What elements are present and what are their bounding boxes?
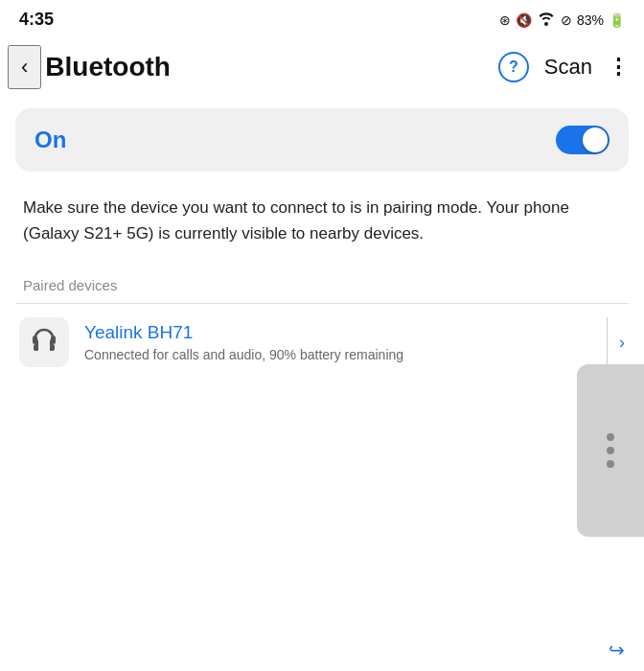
battery-text: 83% xyxy=(577,12,604,28)
device-status: Connected for calls and audio, 90% batte… xyxy=(84,347,595,362)
svg-rect-5 xyxy=(50,339,53,351)
back-button[interactable]: ‹ xyxy=(8,45,41,89)
item-divider xyxy=(607,317,608,367)
toggle-knob xyxy=(583,127,608,152)
status-time: 4:35 xyxy=(19,10,54,30)
bluetooth-toggle-row: On xyxy=(15,108,629,172)
page-title: Bluetooth xyxy=(45,52,498,82)
header-actions: ? Scan ⋮ xyxy=(498,52,629,82)
scrollbar-dot xyxy=(607,433,614,441)
wifi-icon xyxy=(537,11,556,29)
help-button[interactable]: ? xyxy=(498,52,529,82)
more-button[interactable]: ⋮ xyxy=(608,55,629,80)
header: ‹ Bluetooth ? Scan ⋮ xyxy=(0,35,644,103)
battery-icon: 🔋 xyxy=(609,12,625,28)
headset-icon xyxy=(30,328,58,357)
visibility-description: Make sure the device you want to connect… xyxy=(0,187,644,269)
bluetooth-icon: ⊛ xyxy=(499,12,511,28)
device-name: Yealink BH71 xyxy=(84,322,595,343)
toggle-label: On xyxy=(34,127,66,153)
bluetooth-toggle[interactable] xyxy=(556,126,610,154)
scrollbar-dot xyxy=(607,447,614,454)
device-icon xyxy=(19,317,69,367)
scan-button[interactable]: Scan xyxy=(544,55,592,80)
status-bar: 4:35 ⊛ 🔇 ⊘ 83% 🔋 xyxy=(0,0,644,35)
scrollbar-popup xyxy=(577,364,644,537)
svg-rect-4 xyxy=(35,339,38,351)
device-info: Yealink BH71 Connected for calls and aud… xyxy=(84,322,595,362)
status-icons: ⊛ 🔇 ⊘ 83% 🔋 xyxy=(499,11,625,29)
paired-devices-label: Paired devices xyxy=(0,269,644,303)
mute-icon: 🔇 xyxy=(516,12,532,28)
device-list-item[interactable]: Yealink BH71 Connected for calls and aud… xyxy=(0,304,644,381)
dnd-icon: ⊘ xyxy=(561,12,572,28)
device-settings-button[interactable]: › xyxy=(619,333,625,353)
scrollbar-dot xyxy=(607,460,614,468)
bottom-arrow: ↪ xyxy=(609,638,625,661)
